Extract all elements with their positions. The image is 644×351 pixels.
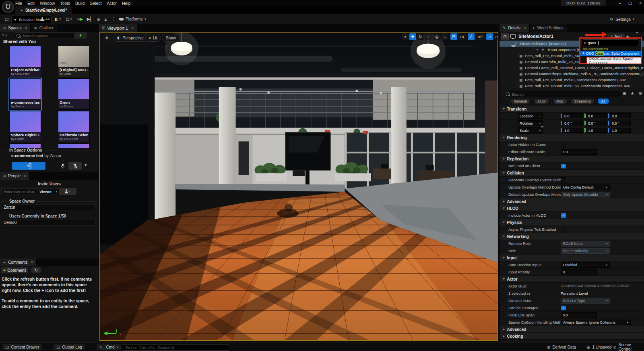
display-options-icon[interactable]: ⊞ bbox=[623, 91, 626, 96]
output-log-button[interactable]: ▤Output Log bbox=[54, 344, 85, 350]
section-header-hlod[interactable]: ▾HLOD bbox=[500, 205, 644, 212]
property-input[interactable]: 0 bbox=[561, 269, 597, 275]
viewport-options-menu[interactable]: ≡ bbox=[103, 34, 111, 41]
viewport-3d-scene[interactable]: x bbox=[99, 32, 498, 341]
settings-dropdown[interactable]: ⚙ Settings ▾ bbox=[607, 16, 637, 23]
favorites-icon[interactable]: ★ bbox=[630, 91, 634, 96]
tree-row[interactable]: ▦Pots_mdl_Pot_Round_mdl8_65_StaticMeshCo… bbox=[500, 83, 644, 88]
transform-value-y[interactable]: 0.0 bbox=[584, 113, 607, 118]
tab-viewport-1[interactable]: ⊞ Viewport 1× bbox=[99, 24, 137, 32]
property-checkbox[interactable] bbox=[561, 227, 566, 232]
property-dropdown[interactable]: ROLE Authority▾ bbox=[561, 248, 610, 254]
tree-row[interactable]: ▦Parasol-Nannorrhops-Ritchiana_mdl15_70_… bbox=[500, 71, 644, 77]
space-card[interactable]: California Science...by OKO Finn bbox=[58, 111, 90, 142]
leave-space-button[interactable] bbox=[12, 162, 45, 170]
add-space-button[interactable]: + bbox=[74, 32, 87, 39]
tree-row[interactable]: ▦Pots_mdl_Pot_Round_mdl10_StaticMeshComp… bbox=[500, 77, 644, 83]
menu-window[interactable]: Window bbox=[40, 1, 55, 6]
console-command-input[interactable]: Enter Console Command bbox=[123, 344, 229, 351]
space-card[interactable]: e-commerce testby Zarzur bbox=[9, 78, 41, 110]
property-checkbox[interactable]: ✓ bbox=[561, 213, 566, 218]
section-header-physics[interactable]: ▾Physics bbox=[500, 219, 644, 226]
transform-value-x[interactable]: 0.0 bbox=[561, 113, 583, 118]
refresh-comments-button[interactable]: ↻ bbox=[31, 267, 41, 273]
menu-select[interactable]: Select bbox=[90, 1, 101, 6]
tab-people[interactable]: ∞People× bbox=[0, 172, 30, 180]
transform-value-x[interactable]: 0.0 ° bbox=[561, 121, 583, 125]
eject-button[interactable]: ▲ bbox=[103, 17, 108, 22]
transform-axis-dropdown[interactable]: Scale▾ bbox=[518, 127, 543, 133]
select-tool[interactable]: ➤ bbox=[402, 33, 409, 40]
mic-muted-button[interactable] bbox=[68, 162, 82, 170]
frame-skip-button[interactable]: ▶▏ bbox=[87, 16, 93, 22]
close-button[interactable]: × bbox=[639, 1, 642, 5]
section-header-transform[interactable]: ▾Transform bbox=[500, 106, 644, 113]
play-options-kebab[interactable]: ⋮ bbox=[111, 16, 116, 22]
property-checkbox[interactable] bbox=[561, 142, 566, 148]
add-actor-button[interactable]: +▾ bbox=[40, 17, 50, 21]
grid-snap-value[interactable]: 10 bbox=[457, 33, 466, 40]
section-header-actor[interactable]: ▾Actor bbox=[500, 276, 644, 283]
property-dropdown[interactable]: Select a Type▾ bbox=[561, 298, 610, 304]
minimize-button[interactable]: – bbox=[619, 1, 621, 5]
blueprints-button[interactable]: ◧▾ bbox=[55, 17, 61, 21]
close-icon[interactable]: × bbox=[131, 26, 134, 30]
section-header-collision[interactable]: ▾Collision bbox=[500, 170, 644, 177]
scale-tool[interactable]: ↗ bbox=[425, 33, 431, 40]
content-drawer-button[interactable]: ▤Content Drawer bbox=[2, 344, 42, 350]
transform-axis-dropdown[interactable]: Rotation▾ bbox=[518, 120, 543, 126]
scale-snap-toggle[interactable]: ↗ bbox=[486, 33, 493, 40]
filter-streaming[interactable]: Streaming bbox=[570, 98, 595, 104]
rotation-snap-toggle[interactable]: ∠ bbox=[468, 33, 475, 40]
platforms-dropdown[interactable]: Platforms ▾ bbox=[117, 16, 149, 23]
transform-value-y[interactable]: 0.0 ° bbox=[584, 121, 607, 125]
cinematics-button[interactable]: ▤▾ bbox=[66, 17, 72, 21]
transform-value-z[interactable]: 0.0 ° bbox=[608, 121, 631, 125]
section-header-advanced[interactable]: ▸Advanced bbox=[500, 198, 644, 205]
menu-edit[interactable]: Edit bbox=[27, 1, 35, 6]
space-card[interactable]: Orionby Zarzur bbox=[58, 78, 90, 110]
surface-snap-toggle[interactable]: ∴ bbox=[441, 33, 448, 40]
filter-general[interactable]: General bbox=[510, 98, 531, 104]
property-dropdown[interactable]: Always Spawn, Ignore Collisions▾ bbox=[561, 320, 631, 325]
grid-snap-toggle[interactable]: ⊞ bbox=[450, 33, 457, 40]
add-comment-button[interactable]: + Comment bbox=[1, 267, 28, 273]
section-header-networking[interactable]: ▾Networking bbox=[500, 233, 644, 240]
transform-axis-dropdown[interactable]: Location▾ bbox=[518, 113, 543, 119]
space-card[interactable]: GINAL[Original] MSG Sph...by John bbox=[58, 46, 90, 77]
play-button[interactable]: ▶ bbox=[80, 16, 83, 22]
property-dropdown[interactable]: Disabled▾ bbox=[561, 262, 610, 268]
component-result-item[interactable]: ✚ OKO Gaussian Splat Component bbox=[580, 51, 641, 56]
invite-role-dropdown[interactable]: Viewer▾ bbox=[37, 188, 60, 195]
tab-world-settings[interactable]: ◐World Settings bbox=[530, 24, 567, 32]
invite-email-input[interactable]: Enter user email ac bbox=[1, 188, 38, 195]
invite-user-button[interactable]: + bbox=[59, 188, 76, 195]
property-checkbox[interactable]: ✓ bbox=[561, 163, 566, 169]
source-control-button[interactable]: ⊘Source Control bbox=[610, 344, 644, 350]
unsaved-button[interactable]: ▣1 Unsaved bbox=[584, 344, 614, 350]
transform-value-y[interactable]: 1.0 bbox=[584, 128, 607, 133]
section-header-rendering[interactable]: ▾Rendering bbox=[500, 134, 644, 141]
perspective-dropdown[interactable]: ◧Perspective bbox=[113, 34, 148, 42]
property-checkbox[interactable] bbox=[561, 177, 566, 183]
close-icon[interactable]: × bbox=[25, 26, 27, 30]
save-button[interactable]: ▤ bbox=[2, 16, 11, 23]
expander-icon[interactable]: ▾ bbox=[537, 48, 538, 51]
filter-misc[interactable]: Misc bbox=[552, 98, 568, 104]
clear-search-icon[interactable]: × bbox=[584, 41, 586, 45]
filter-all[interactable]: All bbox=[597, 98, 609, 104]
close-icon[interactable]: × bbox=[24, 174, 26, 178]
tree-row[interactable]: ▦Parasol-Grass_mdl_Parasol_Grass_Foliage… bbox=[500, 65, 644, 71]
maximize-button[interactable]: ▢ bbox=[628, 1, 632, 5]
actor-picker-button[interactable]: ⊞ bbox=[501, 33, 509, 40]
menu-tools[interactable]: Tools bbox=[60, 1, 70, 6]
property-dropdown[interactable]: Only Update Movable▾ bbox=[561, 192, 610, 197]
section-header-cooking[interactable]: ▸Cooking bbox=[500, 333, 644, 340]
menu-help[interactable]: Help bbox=[122, 1, 131, 6]
property-checkbox[interactable]: ✓ bbox=[561, 305, 566, 311]
transform-value-x[interactable]: 1.0 bbox=[561, 128, 583, 133]
stop-button[interactable]: ■ bbox=[97, 17, 100, 22]
filter-actor[interactable]: Actor bbox=[533, 98, 550, 104]
world-space-toggle[interactable]: ◎ bbox=[433, 33, 440, 40]
spaces-filter-button[interactable]: ≡▾ bbox=[2, 33, 7, 37]
